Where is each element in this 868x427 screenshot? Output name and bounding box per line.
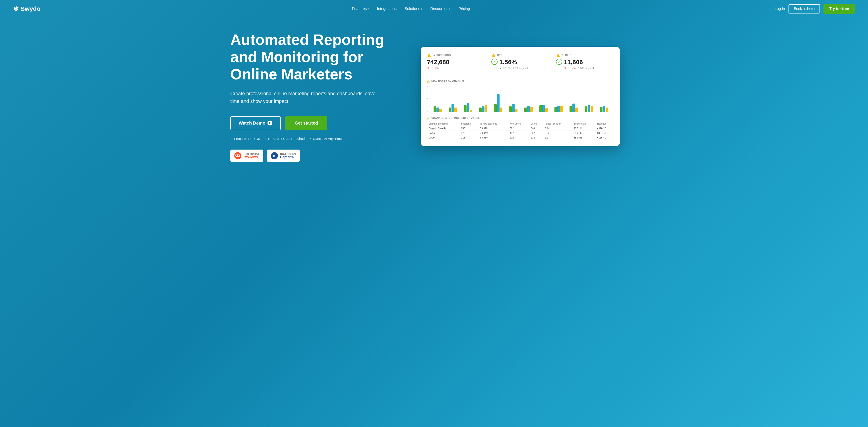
- bar-teal: [436, 107, 439, 112]
- y-label-top: 2.2k: [427, 86, 431, 88]
- svg-marker-2: [556, 53, 560, 57]
- g2-icon: G2: [234, 152, 241, 159]
- capterra-icon: ▶: [271, 152, 278, 159]
- table-row: Organic Search 655 79.69% 522 544 3.44 4…: [427, 126, 614, 131]
- bar-green: [464, 105, 467, 112]
- col-new-users: New users: [508, 122, 529, 126]
- bar-green: [524, 107, 527, 112]
- chevron-down-icon: ▾: [421, 7, 422, 10]
- nav-integrations[interactable]: Integrations: [377, 7, 397, 11]
- col-users: Users: [529, 122, 543, 126]
- svg-rect-6: [430, 80, 430, 83]
- capterra-read-label: Read Reviews: [280, 153, 296, 155]
- nav-features[interactable]: Features ▾: [352, 7, 369, 11]
- bar-group-3: [464, 103, 478, 112]
- bar-teal: [588, 105, 590, 112]
- bar-yellow: [454, 107, 457, 112]
- col-revenue: Revenue: [595, 122, 614, 126]
- svg-rect-8: [428, 117, 429, 120]
- table-section: CHANNEL GROUPING PERFORMANCE Channel gro…: [427, 117, 614, 140]
- bar-chart-area: 2.2k 1.1k 0: [427, 86, 614, 112]
- bar-green: [448, 107, 451, 112]
- bar-group-11: [585, 105, 599, 112]
- try-free-button[interactable]: Try for free: [824, 4, 855, 14]
- logo-text: Swydo: [21, 5, 40, 12]
- bar-yellow: [530, 107, 533, 112]
- impressions-value: 742,680: [427, 59, 485, 66]
- g2-read-label: Read Reviews: [244, 153, 259, 155]
- table-row: Social 576 79.34% 457 507 2.02 55.21% €4…: [427, 131, 614, 135]
- hero-buttons: Watch Demo Get started: [230, 116, 407, 130]
- ads-icon-ctr: [491, 53, 496, 57]
- col-sessions: Sessions: [459, 122, 478, 126]
- svg-marker-1: [492, 53, 495, 57]
- bar-yellow: [560, 106, 563, 112]
- bar-group-7: [524, 106, 538, 112]
- login-link[interactable]: Log in: [775, 7, 785, 11]
- bar-green: [585, 106, 587, 112]
- bar-group-12: [600, 106, 614, 112]
- impressions-change: ▼ -16.0%: [427, 67, 485, 70]
- metric-impressions: IMPRESSIONS 742,680 ▼ -16.0%: [427, 53, 485, 70]
- bar-teal: [452, 104, 454, 112]
- metric-clicks: CLICKS ✓ 11,606 ▼ -13.7% 5,000 targeted: [556, 53, 614, 70]
- impressions-label: IMPRESSIONS: [433, 54, 451, 57]
- bar-teal: [527, 106, 530, 112]
- col-channel: Channel grouping: [427, 122, 459, 126]
- nav-resources[interactable]: Resources ▾: [430, 7, 451, 11]
- svg-rect-3: [427, 81, 428, 83]
- logo[interactable]: ❄ Swydo: [13, 5, 40, 13]
- hero-content: Automated Reporting and Monitoring for O…: [230, 31, 407, 162]
- g2crowd-badge[interactable]: G2 Read Reviews G2crowd: [230, 150, 263, 162]
- col-new-sessions: % new sessions: [478, 122, 508, 126]
- capterra-badge[interactable]: ▶ Read Reviews Capterra: [267, 150, 300, 162]
- bar-group-1: [434, 106, 447, 112]
- ctr-label: CTR: [497, 54, 502, 57]
- table-chart-icon: [427, 117, 430, 120]
- watch-demo-button[interactable]: Watch Demo: [230, 116, 281, 130]
- bar-yellow: [470, 110, 472, 112]
- col-pages-session: Pages / session: [543, 122, 572, 126]
- bar-group-4: [479, 105, 493, 112]
- check-icon-ctr: ✓: [491, 59, 498, 65]
- col-bounce-rate: Bounce rate: [572, 122, 595, 126]
- bar-green: [434, 106, 436, 112]
- table-row: Direct 215 93.95% 202 204 2.2 55.35% €11…: [427, 135, 614, 140]
- table-header-row: Channel grouping Sessions % new sessions…: [427, 122, 614, 126]
- hero-section: Automated Reporting and Monitoring for O…: [217, 18, 651, 171]
- bar-group-6: [509, 104, 523, 112]
- trust-item-3: Cancel At Any Time: [309, 137, 342, 141]
- bar-green: [509, 106, 512, 112]
- play-icon: [268, 121, 272, 126]
- svg-rect-4: [428, 80, 429, 83]
- svg-marker-0: [427, 53, 431, 57]
- bar-green: [554, 107, 557, 112]
- bar-teal: [482, 106, 485, 112]
- g2-name: G2crowd: [244, 155, 259, 159]
- bar-green: [569, 106, 572, 112]
- bar-group-8: [539, 105, 553, 112]
- metrics-row: IMPRESSIONS 742,680 ▼ -16.0% CTR: [427, 53, 614, 74]
- ctr-change: ▲ +2.6% 1.5% targeted: [499, 67, 528, 70]
- svg-rect-5: [429, 80, 429, 83]
- get-started-button[interactable]: Get started: [285, 116, 327, 130]
- capterra-name: Capterra: [280, 155, 296, 159]
- trust-item-1: Free For 14 Days: [230, 137, 260, 141]
- bar-yellow: [575, 107, 578, 112]
- bar-teal: [542, 105, 545, 112]
- nav-actions: Log in Book a demo Try for free: [775, 4, 855, 14]
- bar-teal: [603, 106, 606, 112]
- chart-icon: [427, 80, 430, 83]
- book-demo-button[interactable]: Book a demo: [788, 4, 820, 13]
- nav-pricing[interactable]: Pricing: [458, 7, 470, 11]
- dashboard-preview: IMPRESSIONS 742,680 ▼ -16.0% CTR: [421, 47, 620, 146]
- bar-green: [494, 104, 497, 112]
- chart-title: NEW USERS BY CHANNEL: [427, 80, 614, 83]
- trust-item-2: No Credit Card Required: [265, 137, 305, 141]
- bar-yellow: [515, 109, 518, 112]
- bar-yellow: [591, 106, 593, 112]
- nav-solutions[interactable]: Solutions ▾: [405, 7, 422, 11]
- bar-yellow: [606, 107, 608, 112]
- clicks-label: CLICKS: [562, 54, 571, 57]
- ads-icon: [427, 53, 431, 57]
